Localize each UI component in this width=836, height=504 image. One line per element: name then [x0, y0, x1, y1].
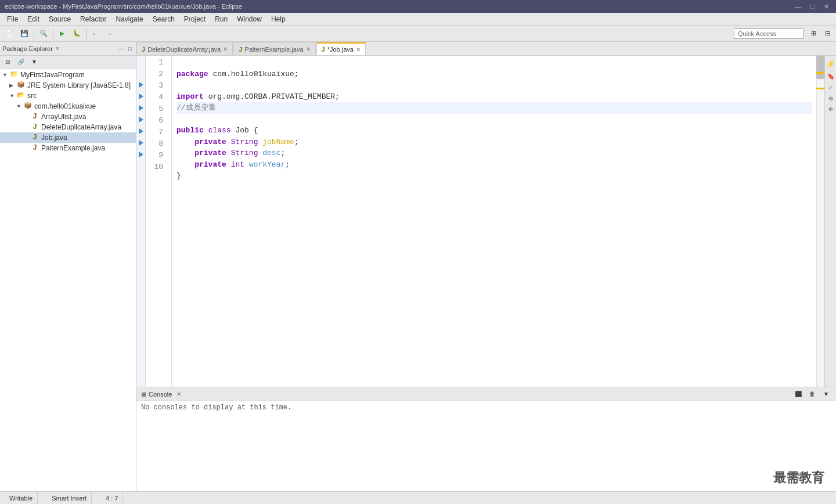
hierarchy-icon[interactable]: ⊕ [827, 94, 834, 103]
task-icon[interactable]: ✓ [827, 83, 834, 92]
menu-refactor[interactable]: Refactor [75, 14, 111, 24]
line-num-6: 6 [146, 115, 167, 127]
menu-file[interactable]: File [2, 14, 23, 24]
sidebar-header: Package Explorer ✕ — □ [0, 42, 136, 56]
new-button[interactable]: 📄 [2, 27, 16, 40]
menu-source[interactable]: Source [44, 14, 75, 24]
tab-job-close[interactable]: ✕ [356, 46, 361, 53]
open-console-btn[interactable]: ⬛ [792, 388, 805, 401]
code-line-10 [176, 183, 181, 192]
sidebar-tree: ▼ 📁 MyFirstJavaProgram ▶ 📦 JRE System Li… [0, 69, 136, 491]
bookmark-icon[interactable]: 🔖 [826, 72, 835, 81]
tab-delete[interactable]: J DeleteDuplicateArray.java ✕ [136, 42, 233, 55]
line-num-3: 3 [146, 80, 167, 92]
package-icon: 📦 [23, 102, 33, 111]
tab-paitern-icon: J [239, 46, 242, 53]
paitern-label: PaiternExample.java [41, 144, 105, 152]
paitern-icon: J [30, 143, 39, 153]
editor-scrollbar[interactable] [816, 56, 824, 387]
tab-paitern[interactable]: J PaiternExample.java ✕ [233, 42, 315, 55]
code-editor[interactable]: package com.hello01kuaixue; import org.o… [172, 56, 816, 387]
package-label: com.hello01kuaixue [34, 102, 96, 110]
debug-button[interactable]: 🐛 [70, 27, 84, 40]
line-num-8: 8 [146, 138, 167, 150]
gutter-marker-5 [139, 105, 143, 111]
prev-button[interactable]: ← [89, 27, 102, 40]
scroll-thumb[interactable] [816, 56, 824, 79]
job-icon: J [30, 133, 39, 142]
console-title: 🖥 Console ✕ [140, 391, 181, 398]
code-line-7: private String desc; [176, 149, 285, 157]
tab-job-label: *Job.java [327, 46, 354, 53]
quick-access-input[interactable]: Quick Access [734, 28, 803, 39]
close-button[interactable]: ✕ [821, 3, 831, 10]
search-button[interactable]: 🔍 [37, 27, 51, 40]
tree-item-project[interactable]: ▼ 📁 MyFirstJavaProgram [0, 70, 136, 80]
scroll-marker-yellow-2 [816, 88, 824, 89]
menu-project[interactable]: Project [179, 14, 210, 24]
link-editor-btn[interactable]: 🔗 [15, 56, 27, 69]
console-header: 🖥 Console ✕ ⬛ 🗑 ▼ [136, 387, 836, 401]
menu-bar: File Edit Source Refactor Navigate Searc… [0, 13, 836, 26]
sidebar-view-menu[interactable]: ▼ [28, 56, 41, 69]
status-position: 4 : 7 [101, 492, 123, 504]
writable-label: Writable [9, 495, 33, 502]
package-explorer-panel: Package Explorer ✕ — □ ⊟ 🔗 ▼ ▼ 📁 MyFirst… [0, 42, 136, 491]
menu-search[interactable]: Search [148, 14, 179, 24]
toolbar: 📄 💾 🔍 ▶ 🐛 ← → Quick Access ⊞ ⊟ [0, 26, 836, 42]
sidebar-minimize-btn[interactable]: — [116, 45, 125, 52]
tree-item-job[interactable]: ▶ J Job.java [0, 132, 136, 143]
menu-window[interactable]: Window [232, 14, 266, 24]
collapse-all-btn[interactable]: ⊟ [1, 56, 14, 69]
save-button[interactable]: 💾 [17, 27, 31, 40]
tree-arrow-project: ▼ [2, 72, 9, 78]
tree-item-src[interactable]: ▼ 📂 src [0, 91, 136, 101]
console-controls: ⬛ 🗑 ▼ [792, 388, 833, 401]
tab-delete-close[interactable]: ✕ [223, 46, 228, 52]
tab-delete-icon: J [142, 46, 145, 53]
line-num-10: 10 [146, 161, 167, 173]
clear-console-btn[interactable]: 🗑 [806, 388, 819, 401]
sidebar-close-icon[interactable]: ✕ [55, 45, 60, 52]
maximize-button[interactable]: □ [808, 3, 817, 10]
gutter-3 [136, 79, 145, 91]
arrayulist-label: ArrayUlist.java [41, 113, 86, 121]
tree-item-paitern[interactable]: ▶ J PaiternExample.java [0, 143, 136, 153]
gutter-8 [136, 137, 145, 149]
tree-item-deletedup[interactable]: ▶ J DeleteDuplicateArray.java [0, 122, 136, 132]
line-num-2: 2 [146, 69, 167, 80]
console-menu-btn[interactable]: ▼ [820, 388, 833, 401]
sidebar-maximize-btn[interactable]: □ [127, 45, 134, 52]
tree-item-jre[interactable]: ▶ 📦 JRE System Library [JavaSE-1.8] [0, 80, 136, 91]
tab-paitern-close[interactable]: ✕ [306, 46, 311, 52]
deletedup-label: DeleteDuplicateArray.java [41, 123, 121, 131]
run-button[interactable]: ▶ [56, 27, 69, 40]
console-no-display-text: No consoles to display at this time. [141, 404, 291, 412]
code-line-4: //成员变量 [176, 102, 812, 114]
gutter-marker-9 [139, 152, 143, 157]
views-button[interactable]: ⊟ [821, 27, 834, 40]
perspective-button[interactable]: ⊞ [807, 27, 820, 40]
tree-item-arrayulist[interactable]: ▶ J ArrayUlist.java [0, 111, 136, 122]
tab-job[interactable]: J *Job.java ✕ [316, 42, 366, 55]
title-bar: eclipse-workspace - MyFirstJavaProgram/s… [0, 0, 836, 13]
menu-edit[interactable]: Edit [23, 14, 44, 24]
editor-tabs: J DeleteDuplicateArray.java ✕ J PaiternE… [136, 42, 836, 56]
toolbar-right-icons: ⊞ ⊟ [807, 27, 834, 40]
next-button[interactable]: → [103, 27, 116, 40]
tree-item-package[interactable]: ▼ 📦 com.hello01kuaixue [0, 101, 136, 111]
menu-run[interactable]: Run [210, 14, 232, 24]
package-explorer-label: Package Explorer [2, 45, 53, 52]
tree-arrow-arrayulist: ▶ [23, 114, 30, 120]
status-insert-mode: Smart Insert [47, 492, 92, 504]
menu-help[interactable]: Help [266, 14, 290, 24]
console-close-icon[interactable]: ✕ [176, 391, 181, 397]
menu-navigate[interactable]: Navigate [111, 14, 147, 24]
job-label: Job.java [41, 134, 67, 142]
minimize-button[interactable]: — [792, 3, 803, 10]
toolbar-sep-2 [53, 28, 53, 39]
tree-arrow-src: ▼ [9, 93, 16, 99]
gutter-marker-6 [139, 117, 143, 123]
gutter-1 [136, 56, 145, 67]
view-icon[interactable]: 👁 [827, 105, 835, 114]
